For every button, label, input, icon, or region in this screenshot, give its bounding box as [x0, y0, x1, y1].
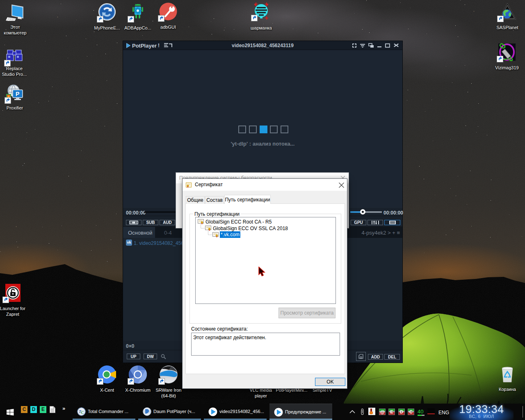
svg-text:P: P	[16, 91, 19, 97]
svg-text:C: C	[81, 410, 84, 415]
